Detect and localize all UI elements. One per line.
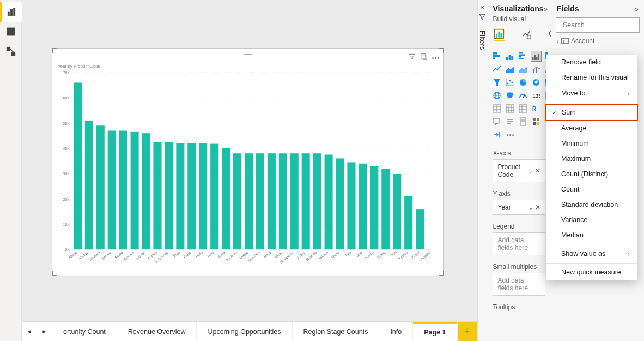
small-multiples-well[interactable]: Add data fields here bbox=[493, 273, 545, 296]
svg-rect-80 bbox=[370, 166, 378, 249]
tab-next-icon[interactable]: ► bbox=[37, 322, 52, 341]
remove-field-icon[interactable]: ✕ bbox=[535, 167, 540, 175]
menu-variance[interactable]: Variance bbox=[546, 212, 637, 228]
viz-type-10[interactable] bbox=[531, 64, 542, 75]
build-visual-tab[interactable] bbox=[494, 27, 505, 41]
format-visual-tab[interactable] bbox=[521, 27, 532, 41]
svg-text:Aristotle: Aristotle bbox=[123, 250, 135, 261]
fields-search[interactable] bbox=[556, 17, 640, 33]
viz-type-31[interactable]: R bbox=[531, 103, 542, 114]
svg-rect-96 bbox=[527, 35, 531, 39]
viz-type-1[interactable] bbox=[505, 51, 515, 62]
xaxis-field-well[interactable]: Product Code ⌄✕ bbox=[493, 159, 545, 182]
tab-page-1[interactable]: Page 1 bbox=[413, 322, 457, 341]
svg-rect-52 bbox=[210, 144, 218, 250]
more-options-icon[interactable] bbox=[432, 53, 439, 63]
tooltips-label: Tooltips bbox=[487, 299, 551, 311]
viz-type-23[interactable] bbox=[518, 90, 528, 101]
chevron-down-icon[interactable]: ⌄ bbox=[528, 168, 533, 174]
svg-rect-28 bbox=[74, 83, 82, 250]
viz-type-2[interactable] bbox=[518, 51, 528, 62]
page-tabs: ◄ ► ortunity Count Revenue Overview Upco… bbox=[22, 321, 477, 341]
expand-filters-icon[interactable]: « bbox=[481, 3, 484, 11]
menu-move-to[interactable]: Move to bbox=[546, 85, 637, 101]
viz-type-35[interactable] bbox=[491, 116, 502, 127]
viz-type-24[interactable]: 123 bbox=[531, 90, 542, 101]
svg-rect-11 bbox=[421, 54, 426, 58]
yaxis-field-well[interactable]: Year ⌄✕ bbox=[493, 200, 545, 215]
svg-rect-104 bbox=[512, 56, 514, 60]
viz-type-17[interactable] bbox=[531, 77, 542, 88]
data-view-icon[interactable] bbox=[0, 22, 22, 41]
tab-info[interactable]: Info bbox=[379, 322, 413, 341]
menu-stddev[interactable]: Standard deviation bbox=[546, 197, 637, 212]
legend-field-well[interactable]: Add data fields here bbox=[493, 232, 545, 255]
svg-rect-156 bbox=[506, 105, 514, 112]
canvas[interactable]: Year by Product Code 0K10K20K30K40K50K60… bbox=[22, 0, 477, 321]
viz-type-43[interactable] bbox=[505, 129, 515, 140]
svg-rect-50 bbox=[199, 143, 207, 250]
viz-type-14[interactable] bbox=[491, 77, 502, 88]
menu-rename[interactable]: Rename for this visual bbox=[546, 70, 637, 85]
search-input[interactable] bbox=[563, 21, 644, 29]
svg-rect-32 bbox=[96, 125, 105, 249]
svg-text:60K: 60K bbox=[63, 96, 70, 100]
menu-maximum[interactable]: Maximum bbox=[546, 151, 637, 166]
tab-opportunity-count[interactable]: ortunity Count bbox=[52, 322, 117, 341]
tab-region-stage-counts[interactable]: Region Stage Counts bbox=[293, 322, 380, 341]
filter-icon[interactable] bbox=[408, 53, 416, 63]
model-view-icon[interactable] bbox=[0, 41, 22, 61]
viz-type-15[interactable] bbox=[505, 77, 515, 88]
remove-field-icon[interactable]: ✕ bbox=[535, 204, 540, 211]
svg-text:Barclay: Barclay bbox=[135, 250, 147, 261]
report-view-icon[interactable] bbox=[0, 2, 22, 22]
viz-type-21[interactable] bbox=[491, 90, 502, 101]
tab-upcoming-opportunities[interactable]: Upcoming Opportunities bbox=[197, 322, 292, 341]
tab-revenue-overview[interactable]: Revenue Overview bbox=[117, 322, 197, 341]
viz-type-0[interactable] bbox=[491, 51, 502, 62]
viz-type-36[interactable] bbox=[505, 116, 515, 127]
menu-show-value-as[interactable]: Show value as bbox=[546, 246, 637, 262]
collapse-fields-icon[interactable]: » bbox=[634, 4, 639, 13]
menu-sum[interactable]: Sum bbox=[545, 104, 638, 121]
viz-type-37[interactable] bbox=[518, 116, 528, 127]
menu-remove-field[interactable]: Remove field bbox=[546, 55, 637, 70]
menu-count-distinct[interactable]: Count (Distinct) bbox=[546, 166, 637, 182]
filters-label[interactable]: Filters bbox=[478, 31, 487, 50]
viz-type-9[interactable] bbox=[518, 64, 528, 75]
fields-title: Fields bbox=[557, 4, 579, 13]
field-table-account[interactable]: › Account bbox=[551, 35, 644, 47]
menu-average[interactable]: Average bbox=[546, 121, 637, 136]
viz-type-42[interactable] bbox=[491, 129, 502, 140]
collapse-viz-icon[interactable]: » bbox=[544, 4, 548, 13]
viz-type-30[interactable] bbox=[518, 103, 528, 114]
svg-rect-101 bbox=[493, 57, 495, 59]
viz-type-7[interactable] bbox=[491, 64, 502, 75]
svg-rect-78 bbox=[359, 164, 367, 249]
menu-median[interactable]: Median bbox=[546, 228, 637, 243]
viz-type-22[interactable] bbox=[505, 90, 515, 101]
svg-rect-182 bbox=[537, 118, 539, 121]
menu-count[interactable]: Count bbox=[546, 182, 637, 197]
menu-minimum[interactable]: Minimum bbox=[546, 136, 637, 151]
svg-text:Maya: Maya bbox=[263, 250, 272, 259]
viz-type-38[interactable] bbox=[531, 116, 542, 127]
menu-new-quick-measure[interactable]: New quick measure bbox=[546, 265, 637, 280]
chevron-down-icon[interactable]: ⌄ bbox=[528, 205, 533, 211]
drag-handle-icon[interactable] bbox=[244, 52, 252, 56]
focus-mode-icon[interactable] bbox=[420, 53, 428, 63]
viz-type-28[interactable] bbox=[491, 103, 502, 114]
tab-prev-icon[interactable]: ◄ bbox=[22, 322, 37, 341]
xaxis-well-label: X-axis bbox=[487, 145, 551, 157]
add-page-button[interactable]: + bbox=[458, 322, 477, 341]
viz-type-29[interactable] bbox=[505, 103, 515, 114]
viz-type-16[interactable] bbox=[518, 77, 528, 88]
svg-rect-70 bbox=[313, 153, 321, 249]
visualizations-panel: Visualizations » Build visual 123RPy X-a… bbox=[487, 0, 551, 341]
viz-type-8[interactable] bbox=[505, 64, 515, 75]
svg-rect-181 bbox=[533, 118, 536, 121]
viz-type-3[interactable] bbox=[531, 51, 542, 62]
svg-rect-74 bbox=[336, 158, 344, 249]
chart-visual-container[interactable]: Year by Product Code 0K10K20K30K40K50K60… bbox=[52, 48, 444, 276]
svg-rect-2 bbox=[14, 8, 15, 16]
